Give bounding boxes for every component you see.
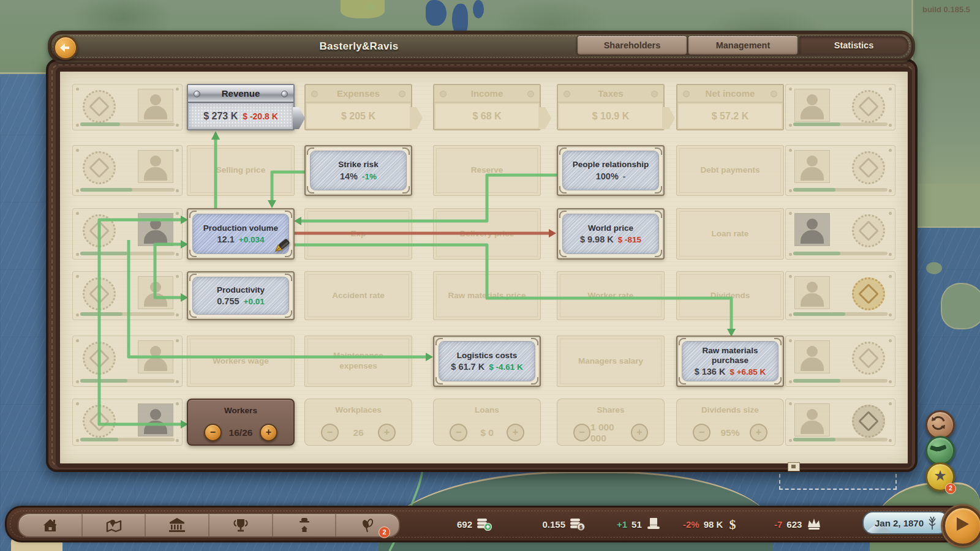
decrease-button[interactable]: − <box>321 424 339 441</box>
manager-icon <box>296 517 312 534</box>
managers-button[interactable] <box>272 514 336 536</box>
card-workers[interactable]: Workers − 16/26 + <box>187 399 295 446</box>
decrease-button[interactable]: − <box>450 424 467 441</box>
tab-bar: Shareholders Management Statistics <box>576 35 908 56</box>
titlebar: Basterly&Ravis Shareholders Management S… <box>48 31 915 62</box>
back-button[interactable] <box>53 36 78 60</box>
progress-bar <box>793 379 888 383</box>
card-loan-rate[interactable]: Loan rate <box>676 208 784 260</box>
date-display[interactable]: Jan 2, 1870 <box>862 511 949 534</box>
card-logistics-costs[interactable]: Logistics costs $ 61.7 K$ -4.61 K <box>433 335 541 387</box>
cycle-button[interactable] <box>925 410 955 440</box>
card-manager-left-6[interactable] <box>72 399 183 446</box>
increase-button[interactable]: + <box>260 424 277 441</box>
card-net-income[interactable]: Net income $ 57.2 K <box>676 84 784 130</box>
card-revenue[interactable]: Revenue $ 273 K$ -20.8 K <box>187 84 295 130</box>
increase-button[interactable]: + <box>378 424 396 441</box>
screw-icon <box>527 91 534 97</box>
card-productivity[interactable]: Productivity 0.755+0.01 <box>187 271 295 320</box>
gear-emblem-icon <box>83 277 116 310</box>
stat-prestige: -7 623 <box>774 516 822 532</box>
card-shares[interactable]: Shares − 1 000 000 + <box>557 399 665 446</box>
card-debt-payments[interactable]: Debt payments <box>676 145 784 196</box>
progress-bar <box>80 312 175 316</box>
progress-bar <box>793 188 888 192</box>
progress-bar <box>80 438 175 441</box>
trophy-icon <box>232 517 250 533</box>
card-income[interactable]: Income $ 68 K <box>433 84 541 130</box>
card-maintenance-expenses[interactable]: Maintenance expenses <box>304 335 412 387</box>
current-date: Jan 2, 1870 <box>875 518 924 528</box>
card-people-relationship[interactable]: People relationship 100%- <box>557 145 665 196</box>
play-button[interactable] <box>943 506 980 546</box>
card-dividends[interactable]: Dividends <box>676 271 784 320</box>
leaves-icon <box>360 517 375 533</box>
card-manager-left-2[interactable] <box>72 145 183 196</box>
card-worker-rate[interactable]: Worker rate <box>557 271 665 320</box>
card-expenses[interactable]: Expenses $ 205 K <box>304 84 412 130</box>
card-production-volume[interactable]: Production volume 12.1+0.034 <box>187 208 295 260</box>
card-raw-materials-price[interactable]: Raw materials price <box>433 271 541 320</box>
card-manager-right-1[interactable] <box>785 84 895 130</box>
card-workers-wage[interactable]: Workers wage <box>187 335 295 387</box>
map-button[interactable] <box>81 514 145 536</box>
progress-bar <box>80 379 175 383</box>
card-delivery-price[interactable]: Delivery price <box>433 208 541 260</box>
card-dividends-size[interactable]: Dividends size − 95% + <box>676 399 784 446</box>
card-managers-salary[interactable]: Managers salary <box>557 335 665 387</box>
screw-icon <box>440 91 447 97</box>
home-button[interactable] <box>19 514 81 536</box>
gear-emblem-icon <box>852 277 885 310</box>
card-strike-risk[interactable]: Strike risk 14%-1% <box>304 145 412 196</box>
card-manager-right-4[interactable] <box>785 271 895 320</box>
gear-emblem-icon <box>852 90 885 123</box>
card-exp[interactable]: Exp <box>304 208 412 260</box>
card-raw-materials-purchase[interactable]: Raw materials purchase $ 136 K$ +6.85 K <box>676 335 784 387</box>
decrease-button[interactable]: − <box>573 424 590 441</box>
progress-bar <box>793 312 888 316</box>
gear-emblem-icon <box>83 90 116 123</box>
card-selling-price[interactable]: Selling price <box>187 145 295 196</box>
actions-badge: 2 <box>379 527 390 538</box>
card-manager-right-5[interactable] <box>785 335 895 387</box>
decrease-button[interactable]: − <box>693 424 710 441</box>
card-world-price[interactable]: World price $ 9.98 K$ -815 <box>557 208 665 260</box>
actions-button[interactable]: 2 <box>335 514 399 536</box>
card-loans[interactable]: Loans − $ 0 + <box>433 399 541 446</box>
trade-button[interactable] <box>925 436 955 465</box>
card-manager-right-2[interactable] <box>785 145 895 196</box>
portrait <box>794 403 830 437</box>
increase-button[interactable]: + <box>750 424 767 441</box>
card-manager-right-6[interactable] <box>785 399 895 446</box>
tab-shareholders[interactable]: Shareholders <box>578 36 687 54</box>
coins-dollar-icon: $ <box>570 517 586 531</box>
card-taxes[interactable]: Taxes $ 10.9 K <box>557 84 665 130</box>
card-manager-right-3[interactable] <box>785 208 895 260</box>
card-workplaces[interactable]: Workplaces − 26 + <box>304 399 412 446</box>
card-accident-rate[interactable]: Accident rate <box>304 271 412 320</box>
tab-statistics[interactable]: Statistics <box>799 36 908 54</box>
portrait <box>138 89 173 122</box>
decrease-button[interactable]: − <box>204 424 222 441</box>
gear-emblem-icon <box>852 405 885 438</box>
stat-money: -2% 98 K $ <box>683 516 738 532</box>
refresh-icon <box>930 414 947 432</box>
gear-emblem-icon <box>83 342 116 375</box>
portrait <box>794 340 830 373</box>
card-manager-left-5[interactable] <box>72 335 183 387</box>
achievements-button[interactable] <box>208 514 272 536</box>
card-reserve[interactable]: Reserve <box>433 145 541 196</box>
increase-button[interactable]: + <box>507 424 524 441</box>
government-button[interactable] <box>145 514 208 536</box>
card-manager-left-1[interactable] <box>72 84 183 130</box>
card-manager-left-4[interactable] <box>72 271 183 320</box>
tab-management[interactable]: Management <box>688 36 797 54</box>
dollar-icon: $ <box>727 517 738 532</box>
portrait <box>794 276 830 309</box>
card-manager-left-3[interactable] <box>72 208 183 260</box>
stat-goods: 0.155 $ <box>522 516 586 532</box>
increase-button[interactable]: + <box>631 424 648 441</box>
portrait <box>138 276 173 309</box>
building-marker-icon[interactable] <box>788 462 800 471</box>
map-lake <box>426 0 447 26</box>
